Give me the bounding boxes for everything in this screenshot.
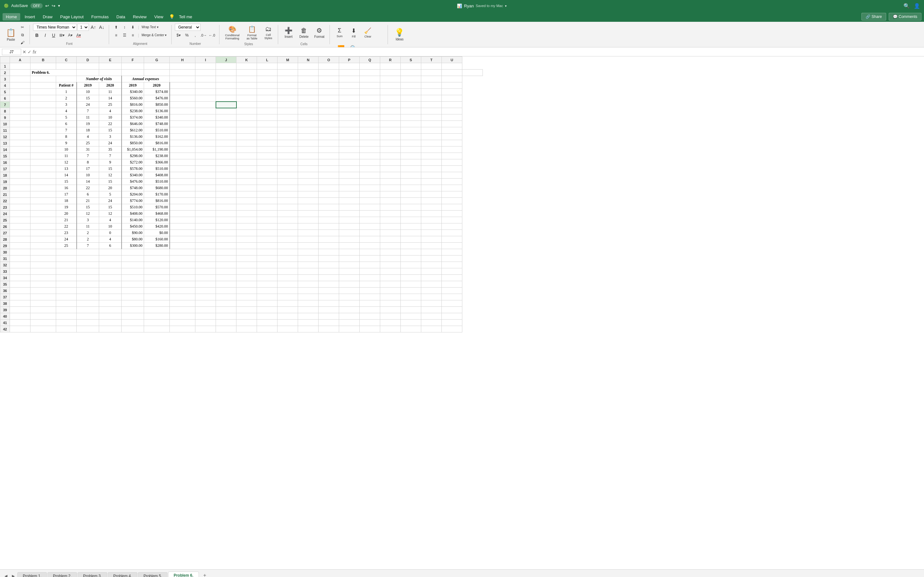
cell-K31[interactable] — [236, 255, 257, 262]
cell-A22[interactable] — [10, 198, 31, 204]
cell-H36[interactable] — [170, 287, 195, 294]
cell-M34[interactable] — [278, 275, 298, 281]
cell-E28[interactable]: 4 — [99, 236, 121, 243]
cell-R9[interactable] — [380, 114, 401, 121]
cell-E31[interactable] — [99, 255, 121, 262]
cell-H26[interactable] — [170, 223, 195, 230]
cell-C33[interactable] — [56, 268, 77, 275]
cell-U14[interactable] — [442, 147, 462, 153]
cell-B40[interactable] — [31, 313, 56, 319]
cell-R34[interactable] — [380, 275, 401, 281]
cell-S34[interactable] — [401, 275, 421, 281]
cell-O41[interactable] — [318, 319, 339, 326]
cell-A14[interactable] — [10, 147, 31, 153]
cell-S38[interactable] — [401, 300, 421, 307]
cell-A6[interactable] — [10, 95, 31, 102]
cell-R12[interactable] — [380, 134, 401, 140]
decrease-decimal-btn[interactable]: ←.0 — [208, 32, 216, 39]
cell-I34[interactable] — [195, 275, 216, 281]
cell-J33[interactable] — [216, 268, 236, 275]
cell-R8[interactable] — [380, 108, 401, 114]
cell-M25[interactable] — [278, 217, 298, 223]
cell-E7[interactable]: 25 — [99, 102, 121, 108]
cell-H32[interactable] — [170, 262, 195, 268]
cell-H1[interactable] — [170, 63, 195, 69]
cell-K8[interactable] — [236, 108, 257, 114]
cell-S28[interactable] — [401, 236, 421, 243]
cell-Q19[interactable] — [360, 179, 380, 185]
cell-A10[interactable] — [10, 121, 31, 127]
cell-B28[interactable] — [31, 236, 56, 243]
row-header-42[interactable]: 42 — [0, 326, 10, 332]
tab-problem5[interactable]: Problem 5. — [138, 572, 168, 577]
cell-J3[interactable] — [216, 76, 236, 82]
user-icon[interactable]: 👤 — [914, 3, 920, 9]
cell-S16[interactable] — [401, 159, 421, 166]
cell-K29[interactable] — [236, 243, 257, 249]
cell-R16[interactable] — [380, 159, 401, 166]
cell-O29[interactable] — [318, 243, 339, 249]
cell-N11[interactable] — [298, 127, 318, 134]
cell-R26[interactable] — [380, 223, 401, 230]
sort-filter-btn[interactable]: ↕🔽 Sort &Filter — [333, 43, 346, 48]
cell-P31[interactable] — [339, 255, 360, 262]
cell-E34[interactable] — [99, 275, 121, 281]
cell-J7[interactable] — [216, 102, 236, 108]
cell-J11[interactable] — [216, 127, 236, 134]
cell-G33[interactable] — [144, 268, 170, 275]
cell-U31[interactable] — [442, 255, 462, 262]
cell-A12[interactable] — [10, 134, 31, 140]
cell-S37[interactable] — [401, 294, 421, 300]
tab-problem1[interactable]: Problem 1. — [17, 572, 47, 577]
cell-E10[interactable]: 22 — [99, 121, 121, 127]
cell-I26[interactable] — [195, 223, 216, 230]
cell-L20[interactable] — [257, 185, 278, 191]
cell-N35[interactable] — [298, 281, 318, 287]
cell-P41[interactable] — [339, 319, 360, 326]
cell-L3[interactable] — [257, 76, 278, 82]
cell-S4[interactable] — [401, 82, 421, 89]
cell-F22[interactable]: $774.00 — [121, 198, 144, 204]
cell-P1[interactable] — [339, 63, 360, 69]
cell-Q33[interactable] — [360, 268, 380, 275]
cell-P37[interactable] — [339, 294, 360, 300]
cell-S6[interactable] — [401, 95, 421, 102]
cell-P29[interactable] — [339, 243, 360, 249]
cell-U1[interactable] — [442, 63, 462, 69]
row-header-33[interactable]: 33 — [0, 268, 10, 275]
cell-M5[interactable] — [278, 89, 298, 95]
row-header-38[interactable]: 38 — [0, 300, 10, 307]
cell-E40[interactable] — [99, 313, 121, 319]
cell-C36[interactable] — [56, 287, 77, 294]
cell-B10[interactable] — [31, 121, 56, 127]
cell-A31[interactable] — [10, 255, 31, 262]
cell-N10[interactable] — [298, 121, 318, 127]
col-header-U[interactable]: U — [442, 57, 462, 63]
cell-H39[interactable] — [170, 307, 195, 313]
cell-reference-input[interactable] — [2, 49, 21, 55]
cell-T22[interactable] — [421, 198, 442, 204]
cell-S13[interactable] — [401, 140, 421, 147]
cell-Q5[interactable] — [360, 89, 380, 95]
cell-E25[interactable]: 4 — [99, 217, 121, 223]
cell-N38[interactable] — [298, 300, 318, 307]
cell-D13[interactable]: 25 — [77, 140, 99, 147]
cell-P40[interactable] — [339, 313, 360, 319]
cell-L14[interactable] — [257, 147, 278, 153]
cell-A37[interactable] — [10, 294, 31, 300]
cell-O40[interactable] — [318, 313, 339, 319]
cell-R37[interactable] — [380, 294, 401, 300]
col-header-O[interactable]: O — [318, 57, 339, 63]
cell-O32[interactable] — [318, 262, 339, 268]
cell-G15[interactable]: $238.00 — [144, 153, 170, 159]
cell-N17[interactable] — [298, 166, 318, 172]
cell-N33[interactable] — [298, 268, 318, 275]
cell-H29[interactable] — [170, 243, 195, 249]
cell-R1[interactable] — [380, 63, 401, 69]
cell-H35[interactable] — [170, 281, 195, 287]
cell-K32[interactable] — [236, 262, 257, 268]
cell-Q11[interactable] — [360, 127, 380, 134]
cell-J41[interactable] — [216, 319, 236, 326]
row-header-1[interactable]: 1 — [0, 63, 10, 69]
cell-B39[interactable] — [31, 307, 56, 313]
